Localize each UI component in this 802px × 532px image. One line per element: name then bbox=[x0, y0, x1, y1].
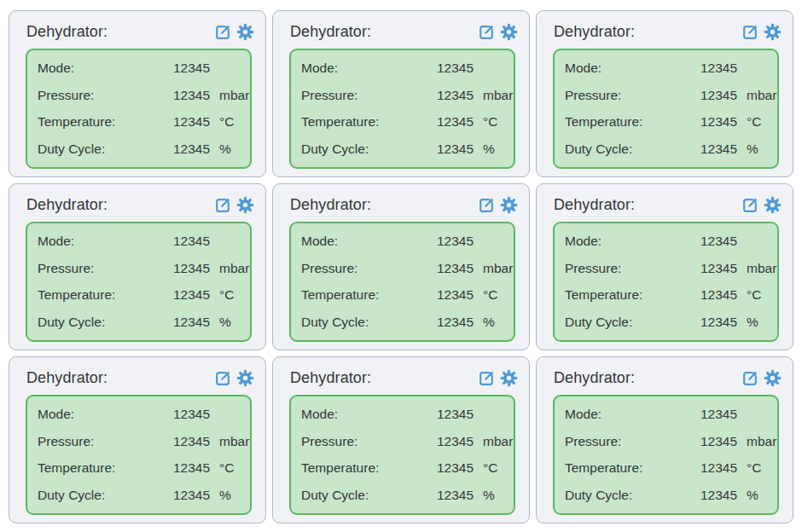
open-in-new-icon[interactable] bbox=[741, 196, 758, 214]
reading-value: 12345 bbox=[700, 61, 747, 76]
card-actions bbox=[213, 369, 254, 387]
open-in-new-icon[interactable] bbox=[477, 23, 495, 41]
card-actions bbox=[477, 196, 518, 214]
gear-icon[interactable] bbox=[236, 369, 254, 387]
card-header: Dehydrator: bbox=[547, 16, 782, 46]
dehydrator-card: Dehydrator: bbox=[272, 356, 530, 523]
reading-value: 12345 bbox=[173, 460, 219, 476]
card-actions bbox=[741, 23, 782, 41]
reading-label: Duty Cycle: bbox=[38, 142, 173, 157]
card-title: Dehydrator: bbox=[554, 369, 635, 387]
reading-value: 12345 bbox=[437, 287, 483, 303]
reading-row: Pressure: 12345 mbar bbox=[565, 255, 767, 282]
reading-unit: °C bbox=[483, 287, 503, 303]
reading-label: Mode: bbox=[565, 407, 700, 422]
reading-unit: % bbox=[219, 315, 240, 330]
reading-unit: °C bbox=[483, 114, 503, 130]
reading-row: Duty Cycle: 12345 % bbox=[38, 482, 240, 509]
reading-row: Mode: 12345 bbox=[38, 55, 240, 82]
reading-row: Duty Cycle: 12345 % bbox=[38, 136, 240, 163]
reading-row: Mode: 12345 bbox=[301, 55, 503, 82]
open-in-new-icon[interactable] bbox=[213, 369, 231, 387]
reading-unit: mbar bbox=[483, 261, 513, 276]
reading-value: 12345 bbox=[700, 460, 747, 476]
reading-unit: mbar bbox=[747, 261, 776, 276]
reading-label: Temperature: bbox=[38, 114, 173, 130]
reading-label: Temperature: bbox=[38, 287, 173, 303]
reading-row: Temperature: 12345 °C bbox=[38, 282, 240, 309]
reading-unit: °C bbox=[483, 460, 503, 476]
reading-row: Mode: 12345 bbox=[565, 228, 767, 255]
reading-unit: % bbox=[747, 315, 767, 330]
reading-value: 12345 bbox=[700, 261, 747, 276]
reading-label: Mode: bbox=[301, 61, 437, 76]
card-actions bbox=[741, 369, 782, 387]
reading-row: Temperature: 12345 °C bbox=[301, 455, 503, 483]
reading-value: 12345 bbox=[437, 88, 483, 103]
dehydrator-card: Dehydrator: bbox=[536, 356, 793, 523]
reading-row: Duty Cycle: 12345 % bbox=[301, 482, 503, 509]
reading-row: Pressure: 12345 mbar bbox=[565, 82, 767, 109]
gear-icon[interactable] bbox=[764, 23, 782, 41]
reading-value: 12345 bbox=[437, 434, 483, 449]
card-header: Dehydrator: bbox=[20, 189, 255, 219]
reading-row: Duty Cycle: 12345 % bbox=[38, 309, 240, 336]
open-in-new-icon[interactable] bbox=[477, 369, 495, 387]
gear-icon[interactable] bbox=[236, 23, 254, 41]
reading-label: Pressure: bbox=[301, 88, 437, 103]
open-in-new-icon[interactable] bbox=[477, 196, 495, 214]
card-title: Dehydrator: bbox=[290, 23, 371, 41]
open-in-new-icon[interactable] bbox=[741, 369, 758, 387]
card-actions bbox=[213, 23, 254, 41]
open-in-new-icon[interactable] bbox=[213, 23, 231, 41]
dehydrator-card: Dehydrator: bbox=[9, 356, 266, 523]
dehydrator-card: Dehydrator: bbox=[9, 183, 266, 350]
reading-unit: °C bbox=[747, 114, 767, 130]
reading-label: Pressure: bbox=[565, 434, 700, 449]
reading-row: Mode: 12345 bbox=[38, 401, 240, 428]
reading-label: Pressure: bbox=[38, 434, 173, 449]
gear-icon[interactable] bbox=[764, 196, 782, 214]
reading-label: Mode: bbox=[565, 61, 700, 76]
reading-value: 12345 bbox=[437, 488, 483, 503]
reading-row: Temperature: 12345 °C bbox=[301, 282, 503, 309]
open-in-new-icon[interactable] bbox=[741, 23, 758, 41]
reading-label: Pressure: bbox=[38, 88, 173, 103]
readings-panel: Mode: 12345 Pressure: 12345 mbar Tempera… bbox=[26, 49, 252, 169]
reading-unit: % bbox=[219, 142, 240, 157]
reading-value: 12345 bbox=[173, 88, 219, 103]
reading-value: 12345 bbox=[437, 234, 483, 249]
reading-row: Pressure: 12345 mbar bbox=[38, 428, 240, 455]
reading-unit: mbar bbox=[219, 434, 249, 449]
reading-unit: % bbox=[219, 488, 240, 503]
reading-value: 12345 bbox=[437, 315, 483, 330]
card-header: Dehydrator: bbox=[547, 189, 782, 219]
reading-value: 12345 bbox=[173, 315, 219, 330]
gear-icon[interactable] bbox=[500, 23, 518, 41]
reading-value: 12345 bbox=[437, 114, 483, 130]
reading-unit: % bbox=[747, 488, 767, 503]
reading-label: Mode: bbox=[301, 234, 437, 249]
gear-icon[interactable] bbox=[500, 196, 518, 214]
reading-label: Temperature: bbox=[301, 287, 437, 303]
reading-row: Mode: 12345 bbox=[301, 228, 503, 255]
reading-value: 12345 bbox=[700, 315, 747, 330]
gear-icon[interactable] bbox=[500, 369, 518, 387]
readings-panel: Mode: 12345 Pressure: 12345 mbar Tempera… bbox=[289, 49, 515, 169]
reading-label: Temperature: bbox=[565, 114, 700, 130]
reading-value: 12345 bbox=[173, 261, 219, 276]
reading-label: Duty Cycle: bbox=[565, 315, 700, 330]
reading-value: 12345 bbox=[700, 142, 747, 157]
reading-label: Temperature: bbox=[301, 114, 437, 130]
open-in-new-icon[interactable] bbox=[213, 196, 231, 214]
gear-icon[interactable] bbox=[764, 369, 782, 387]
reading-label: Mode: bbox=[565, 234, 700, 249]
readings-panel: Mode: 12345 Pressure: 12345 mbar Tempera… bbox=[26, 395, 252, 515]
reading-row: Pressure: 12345 mbar bbox=[565, 428, 767, 455]
reading-row: Temperature: 12345 °C bbox=[565, 282, 767, 309]
reading-value: 12345 bbox=[173, 234, 219, 249]
reading-label: Duty Cycle: bbox=[38, 315, 173, 330]
reading-value: 12345 bbox=[173, 488, 219, 503]
gear-icon[interactable] bbox=[236, 196, 254, 214]
reading-unit: % bbox=[483, 488, 503, 503]
